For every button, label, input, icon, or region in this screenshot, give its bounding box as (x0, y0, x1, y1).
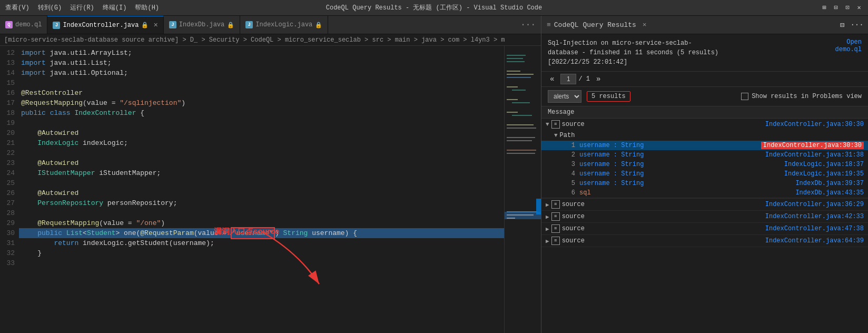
show-problems-checkbox[interactable] (741, 93, 748, 100)
tab-icon-index-controller: J (53, 22, 60, 29)
tab-close-index-controller[interactable]: × (153, 21, 157, 30)
result-file-1[interactable]: IndexController.java:30:30 (761, 142, 864, 149)
code-line-32: } (19, 248, 504, 258)
menu-help[interactable]: 帮助(H) (135, 3, 159, 12)
result-num-2: 2 (567, 151, 575, 159)
breadcrumb: [micro-service-seclab-database source ar… (0, 34, 541, 46)
group-icon-1: ≡ (551, 120, 560, 129)
minimap (504, 46, 541, 333)
result-group-header-5[interactable]: ▶ ≡ source IndexController.java:64:39 (541, 235, 868, 247)
window-controls[interactable]: ⊞ ⊟ ⊡ ✕ (821, 4, 863, 12)
filter-type-select[interactable]: alerts paths (548, 90, 581, 103)
result-text-3: username : String (579, 161, 780, 168)
code-content[interactable]: import java.util.ArrayList; import java.… (19, 46, 504, 333)
chevron-down-icon: ▼ (546, 121, 549, 128)
result-item-1[interactable]: 1 username : String IndexController.java… (541, 141, 868, 150)
result-text-1: username : String (579, 142, 757, 149)
group-file-2[interactable]: IndexController.java:36:29 (765, 201, 864, 208)
results-panel-title: CodeQL Query Results (554, 21, 636, 29)
result-item-4[interactable]: 4 username : String IndexLogic.java:19:3… (541, 169, 868, 179)
svg-rect-1 (505, 46, 541, 325)
code-line-31: return indexLogic.getStudent(username); (19, 238, 504, 248)
group-icon-2: ≡ (551, 200, 560, 209)
tab-demo-ql[interactable]: Q demo.ql (0, 16, 47, 34)
window-grid-icon[interactable]: ⊞ (821, 4, 828, 12)
result-text-5: username : String (579, 180, 791, 187)
chevron-down-icon-path: ▼ (554, 132, 558, 139)
code-line-17: @RequestMapping(value = "/sqlinjection") (19, 98, 504, 108)
nav-next-button[interactable]: » (594, 74, 603, 84)
menu-view[interactable]: 查看(V) (5, 3, 29, 12)
result-text-4: username : String (579, 170, 780, 178)
results-info-line3: [2022/12/25 22:01:42] (548, 57, 718, 67)
result-num-6: 6 (567, 189, 575, 197)
results-table[interactable]: ▼ ≡ source IndexController.java:30:30 ▼ … (541, 119, 868, 333)
tab-index-controller[interactable]: J IndexController.java 🔒 × (47, 16, 163, 34)
result-text-6: sql (579, 189, 791, 197)
tab-index-logic[interactable]: J IndexLogic.java 🔒 (240, 16, 328, 34)
window-close-icon[interactable]: ✕ (855, 4, 863, 12)
code-line-33 (19, 258, 504, 268)
window-restore-icon[interactable]: ⊡ (844, 4, 851, 12)
result-item-5[interactable]: 5 username : String IndexDb.java:39:37 (541, 179, 868, 188)
code-line-27: PersonRepository personRepository; (19, 198, 504, 208)
group-file-4[interactable]: IndexController.java:47:38 (765, 225, 864, 232)
group-file-5[interactable]: IndexController.java:64:39 (765, 237, 864, 244)
result-file-2[interactable]: IndexController.java:31:38 (765, 151, 864, 159)
result-item-6[interactable]: 6 sql IndexDb.java:43:35 (541, 188, 868, 198)
result-group-header-2[interactable]: ▶ ≡ source IndexController.java:36:29 (541, 199, 868, 210)
nav-bar: « / 1 » (541, 72, 868, 87)
tab-lock-icon-db: 🔒 (227, 22, 234, 28)
result-file-6[interactable]: IndexDb.java:43:35 (795, 189, 864, 197)
group-label-1: source (562, 121, 763, 128)
tab-overflow-menu[interactable]: ··· (515, 20, 541, 30)
result-group-header-3[interactable]: ▶ ≡ source IndexController.java:42:33 (541, 211, 868, 222)
tab-label-index-db: IndexDb.java (179, 21, 224, 28)
tab-index-db[interactable]: J IndexDb.java 🔒 (164, 16, 240, 34)
result-group-2: ▶ ≡ source IndexController.java:36:29 (541, 199, 868, 211)
code-line-24: IStudentMapper iStudentMapper; (19, 168, 504, 178)
result-group-5: ▶ ≡ source IndexController.java:64:39 (541, 235, 868, 247)
results-tab-title: ≡ CodeQL Query Results × (547, 21, 647, 29)
menu-bar[interactable]: 查看(V) 转到(G) 运行(R) 终端(I) 帮助(H) (5, 3, 159, 12)
nav-page-input[interactable] (560, 74, 576, 84)
results-info: Sql-Injection on micro-service-seclab- d… (548, 38, 718, 67)
more-actions-icon[interactable]: ··· (851, 19, 863, 31)
result-group-header-1[interactable]: ▼ ≡ source IndexController.java:30:30 (541, 119, 868, 130)
result-file-4[interactable]: IndexLogic.java:19:35 (784, 170, 864, 178)
results-count-badge: 5 results (587, 91, 630, 102)
result-group-4: ▶ ≡ source IndexController.java:47:38 (541, 223, 868, 235)
tab-bar: Q demo.ql J IndexController.java 🔒 × J I… (0, 16, 541, 34)
editor-panel: Q demo.ql J IndexController.java 🔒 × J I… (0, 16, 541, 333)
nav-total: / 1 (578, 75, 590, 83)
split-editor-icon[interactable]: ⊟ (836, 19, 848, 31)
result-group-header-4[interactable]: ▶ ≡ source IndexController.java:47:38 (541, 223, 868, 234)
menu-terminal[interactable]: 终端(I) (103, 3, 127, 12)
group-file-3[interactable]: IndexController.java:42:33 (765, 213, 864, 220)
result-item-2[interactable]: 2 username : String IndexController.java… (541, 150, 868, 160)
titlebar: 查看(V) 转到(G) 运行(R) 终端(I) 帮助(H) CodeQL Que… (0, 0, 868, 16)
tab-icon-index-logic: J (245, 21, 253, 28)
open-demo-ql[interactable]: Open demo.ql (835, 38, 862, 53)
code-line-30: public List<Student> one(@RequestParam(v… (19, 228, 504, 238)
result-file-3[interactable]: IndexLogic.java:18:37 (784, 161, 864, 168)
group-label-4: source (562, 225, 763, 232)
menu-goto[interactable]: 转到(G) (38, 3, 62, 12)
code-line-14: import java.util.Optional; (19, 68, 504, 78)
results-info-line1: Sql-Injection on micro-service-seclab- (548, 38, 718, 48)
menu-run[interactable]: 运行(R) (70, 3, 94, 12)
group-file-1[interactable]: IndexController.java:30:30 (765, 121, 864, 128)
window-title: CodeQL Query Results - 无标题 (工作区) - Visua… (326, 3, 542, 12)
results-tab-close[interactable]: × (643, 21, 647, 29)
result-file-5[interactable]: IndexDb.java:39:37 (795, 180, 864, 187)
results-col-header: Message (541, 106, 868, 119)
result-group-1: ▼ ≡ source IndexController.java:30:30 ▼ … (541, 119, 868, 199)
result-num-3: 3 (567, 161, 575, 168)
window-min-icon[interactable]: ⊟ (832, 4, 840, 12)
show-problems[interactable]: Show results in Problems view (741, 93, 862, 100)
result-item-3[interactable]: 3 username : String IndexLogic.java:18:3… (541, 160, 868, 169)
result-path-header[interactable]: ▼ Path (541, 130, 868, 141)
results-panel: ≡ CodeQL Query Results × ⊟ ··· Sql-Injec… (541, 16, 868, 333)
nav-prev-button[interactable]: « (548, 74, 556, 84)
results-info-line2: database - finished in 11 seconds (5 res… (548, 48, 718, 57)
